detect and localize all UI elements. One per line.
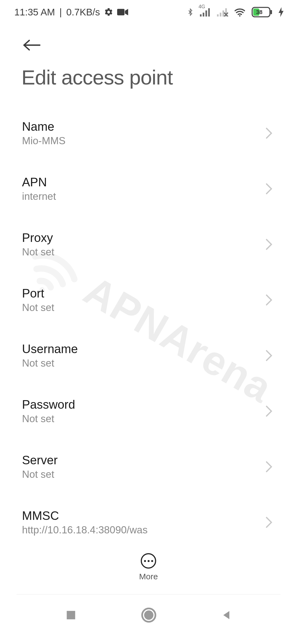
nav-recent-button[interactable] bbox=[65, 609, 77, 621]
row-label: Server bbox=[22, 453, 265, 467]
chevron-right-icon bbox=[265, 461, 273, 473]
row-value: Mio-MMS bbox=[22, 135, 265, 147]
chevron-right-icon bbox=[265, 127, 273, 139]
settings-list: Name Mio-MMS APN internet Proxy Not set … bbox=[0, 109, 297, 548]
nav-back-button[interactable] bbox=[220, 609, 232, 621]
row-label: APN bbox=[22, 175, 265, 189]
svg-rect-14 bbox=[270, 10, 272, 14]
row-label: Port bbox=[22, 286, 265, 300]
row-apn[interactable]: APN internet bbox=[0, 164, 297, 213]
row-label: Password bbox=[22, 398, 265, 411]
gear-icon bbox=[104, 7, 113, 17]
row-value: internet bbox=[22, 191, 265, 202]
svg-rect-5 bbox=[208, 8, 210, 17]
svg-point-19 bbox=[144, 610, 153, 620]
row-label: Name bbox=[22, 120, 265, 133]
row-label: Username bbox=[22, 342, 265, 356]
row-label: Proxy bbox=[22, 231, 265, 245]
svg-rect-2 bbox=[200, 14, 202, 17]
back-button[interactable] bbox=[22, 35, 42, 55]
chevron-right-icon bbox=[265, 238, 273, 250]
svg-rect-8 bbox=[222, 10, 224, 17]
row-value: Not set bbox=[22, 413, 265, 425]
row-value: Not set bbox=[22, 302, 265, 313]
row-label: MMSC bbox=[22, 509, 265, 523]
page-title: Edit access point bbox=[21, 66, 173, 89]
svg-rect-17 bbox=[67, 611, 75, 620]
chevron-right-icon bbox=[265, 350, 273, 362]
row-password[interactable]: Password Not set bbox=[0, 387, 297, 436]
row-server[interactable]: Server Not set bbox=[0, 442, 297, 491]
arrow-left-icon bbox=[23, 39, 41, 51]
svg-rect-4 bbox=[205, 10, 207, 17]
row-value: Not set bbox=[22, 358, 265, 369]
charging-icon bbox=[278, 7, 284, 17]
status-time: 11:35 AM bbox=[14, 7, 55, 18]
row-value: Not set bbox=[22, 469, 265, 480]
bluetooth-icon bbox=[186, 7, 194, 17]
row-proxy[interactable]: Proxy Not set bbox=[0, 220, 297, 269]
chevron-right-icon bbox=[265, 294, 273, 306]
status-sep: | bbox=[59, 7, 62, 18]
chevron-right-icon bbox=[265, 183, 273, 195]
row-name[interactable]: Name Mio-MMS bbox=[0, 109, 297, 158]
svg-rect-6 bbox=[217, 14, 219, 17]
signal-sim2-icon bbox=[217, 8, 228, 17]
row-port[interactable]: Port Not set bbox=[0, 275, 297, 324]
svg-rect-7 bbox=[220, 13, 221, 17]
svg-rect-3 bbox=[203, 13, 204, 17]
nav-home-button[interactable] bbox=[141, 607, 157, 623]
row-value: http://10.16.18.4:38090/was bbox=[22, 524, 265, 536]
system-nav-bar bbox=[0, 594, 297, 644]
status-bar: 11:35 AM | 0.7KB/s 4G 38 bbox=[0, 0, 297, 24]
chevron-right-icon bbox=[265, 516, 273, 528]
status-net-rate: 0.7KB/s bbox=[66, 7, 100, 18]
wifi-icon bbox=[234, 7, 246, 17]
more-dots-icon bbox=[141, 553, 156, 569]
row-username[interactable]: Username Not set bbox=[0, 331, 297, 380]
chevron-right-icon bbox=[265, 405, 273, 417]
more-button[interactable]: More bbox=[139, 553, 158, 581]
camera-icon bbox=[117, 8, 128, 16]
signal-sim1-icon: 4G bbox=[200, 8, 211, 17]
battery-icon: 38 bbox=[251, 7, 273, 17]
svg-rect-1 bbox=[117, 9, 125, 15]
row-value: Not set bbox=[22, 246, 265, 258]
more-label: More bbox=[139, 572, 158, 581]
svg-point-12 bbox=[239, 15, 240, 17]
row-mmsc[interactable]: MMSC http://10.16.18.4:38090/was bbox=[0, 498, 297, 547]
